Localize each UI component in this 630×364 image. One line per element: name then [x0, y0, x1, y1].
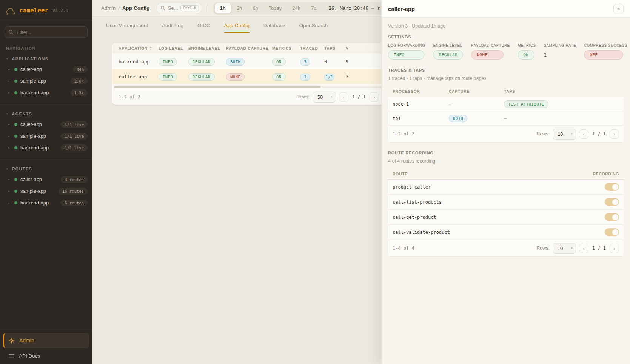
- column-engine-level: ENGINE LEVEL: [188, 46, 226, 51]
- sidebar-item-routes-backend-app[interactable]: ▸ backend-app 6 routes: [0, 197, 92, 209]
- sidebar-item-agents-caller-app[interactable]: ▸ caller-app 1/1 live: [0, 118, 92, 130]
- traced-count: 3: [300, 58, 310, 66]
- section-header-routes[interactable]: ▾ ROUTES: [0, 164, 92, 174]
- time-range-3h[interactable]: 3h: [231, 3, 247, 14]
- route-name: call-validate-product: [393, 230, 605, 235]
- column-v: V: [346, 46, 384, 51]
- close-icon[interactable]: ×: [613, 4, 624, 14]
- sidebar-item-routes-sample-app[interactable]: ▸ sample-app 16 routes: [0, 185, 92, 197]
- sidebar-item-agents-backend-app[interactable]: ▸ backend-app 1/1 live: [0, 142, 92, 154]
- tab-database[interactable]: Database: [263, 23, 285, 33]
- status-dot: [14, 80, 17, 83]
- chevron-right-icon: ▸: [8, 190, 11, 193]
- scrollbar-thumb[interactable]: [114, 86, 320, 88]
- chevron-down-icon: ▾: [6, 57, 8, 60]
- table-row-backend-app[interactable]: backend-app INFO REGULAR BOTH ON 3 0 9: [112, 54, 384, 69]
- prev-page-button[interactable]: ‹: [579, 129, 588, 139]
- status-dot: [14, 123, 17, 126]
- time-range-6h[interactable]: 6h: [247, 3, 263, 14]
- time-range-today[interactable]: Today: [263, 3, 287, 14]
- app-config-table-card: APPLICATION LOG LEVEL ENGINE LEVEL PAYLO…: [112, 43, 384, 105]
- route-name: call-list-products: [393, 200, 605, 205]
- item-label: sample-app: [20, 78, 46, 84]
- sidebar-item-admin[interactable]: Admin: [3, 333, 89, 348]
- chevron-right-icon: ▸: [8, 201, 11, 204]
- time-range-7d[interactable]: 7d: [306, 3, 322, 14]
- recording-toggle[interactable]: [605, 228, 619, 236]
- section-header-agents[interactable]: ▾ AGENTS: [0, 109, 92, 118]
- recording-toggle[interactable]: [605, 198, 619, 206]
- route-row-call-get-product[interactable]: call-get-product: [388, 210, 624, 225]
- sidebar-item-applications-backend-app[interactable]: ▸ backend-app 1.3k: [0, 87, 92, 98]
- rows-per-page-select[interactable]: 10 ▾: [553, 129, 576, 140]
- chevron-down-icon: ▾: [571, 247, 573, 250]
- tab-opensearch[interactable]: OpenSearch: [299, 23, 328, 33]
- section-header-applications[interactable]: ▾ APPLICATIONS: [0, 54, 92, 63]
- table-row-caller-app[interactable]: caller-app INFO REGULAR NONE ON 1 1/1 3: [112, 69, 384, 84]
- item-badge: 2.0k: [71, 78, 88, 84]
- rows-per-page-select[interactable]: 10 ▾: [553, 243, 576, 254]
- rows-label: Rows:: [296, 94, 310, 100]
- column-metrics: METRICS: [272, 46, 300, 51]
- rows-per-page-select[interactable]: 50 ▾: [313, 92, 336, 103]
- route-row-call-validate-product[interactable]: call-validate-product: [388, 225, 624, 240]
- prev-page-button[interactable]: ‹: [579, 244, 588, 253]
- global-search[interactable]: Se... Ctrl+K: [156, 3, 202, 14]
- column-route: ROUTE: [393, 172, 593, 176]
- chevron-down-icon: ▾: [571, 132, 573, 135]
- taps-value: 0: [324, 59, 346, 65]
- breadcrumb-current: App Config: [122, 5, 150, 11]
- field-metrics: METRICS ON: [518, 43, 536, 60]
- filter-input[interactable]: [5, 26, 88, 38]
- prev-page-button[interactable]: ‹: [339, 92, 348, 102]
- capture-value: —: [449, 101, 504, 107]
- traces-footer: 1-2 of 2 Rows: 10 ▾ ‹ 1 / 1 ›: [388, 126, 624, 142]
- payload-capture-pill: BOTH: [226, 58, 245, 66]
- cell-application: caller-app: [119, 74, 159, 80]
- next-page-button[interactable]: ›: [370, 92, 379, 102]
- chevron-down-icon: ▾: [6, 112, 8, 115]
- time-range-1h[interactable]: 1h: [214, 3, 231, 14]
- traces-heading: TRACES & TAPS: [388, 68, 624, 72]
- sidebar-item-api-docs[interactable]: API Docs: [3, 348, 89, 359]
- rows-value: 50: [317, 94, 323, 100]
- time-range-24h[interactable]: 24h: [287, 3, 306, 14]
- tab-app-config[interactable]: App Config: [224, 23, 250, 33]
- trace-row-node-1[interactable]: node-1 — TEST ATTRIBUTE: [388, 97, 624, 111]
- nav-section-agents: ▾ AGENTS ▸ caller-app 1/1 live ▸ sample-…: [0, 104, 92, 158]
- status-dot: [14, 68, 17, 71]
- sort-icon: [149, 46, 152, 50]
- route-row-product-caller[interactable]: product-caller: [388, 180, 624, 195]
- chevron-right-icon: ▸: [8, 80, 11, 83]
- tab-user-management[interactable]: User Management: [106, 23, 148, 33]
- recording-toggle[interactable]: [605, 213, 619, 221]
- next-page-button[interactable]: ›: [610, 244, 619, 253]
- item-badge: 1/1 live: [61, 133, 88, 140]
- field-label: LOG FORWARDING: [388, 43, 425, 48]
- table-footer: 1-2 of 2 Rows: 50 ▾ ‹ 1 / 1 ›: [112, 89, 384, 105]
- next-page-button[interactable]: ›: [610, 129, 619, 139]
- breadcrumb-parent[interactable]: Admin: [101, 5, 116, 11]
- tab-oidc[interactable]: OIDC: [197, 23, 210, 33]
- page-indicator: 1 / 1: [352, 94, 366, 100]
- item-label: sample-app: [20, 188, 46, 194]
- sidebar-item-applications-caller-app[interactable]: ▸ caller-app 446: [0, 63, 92, 75]
- sidebar-item-agents-sample-app[interactable]: ▸ sample-app 1/1 live: [0, 130, 92, 142]
- sidebar-item-applications-sample-app[interactable]: ▸ sample-app 2.0k: [0, 75, 92, 87]
- trace-row-to1[interactable]: to1 BOTH —: [388, 111, 624, 126]
- field-value-pill: OFF: [584, 50, 623, 60]
- section-title: ROUTES: [12, 167, 32, 171]
- recording-toggle[interactable]: [605, 183, 619, 191]
- column-application[interactable]: APPLICATION: [119, 46, 159, 51]
- item-badge: 16 routes: [59, 188, 88, 195]
- field-value-pill: NONE: [471, 50, 504, 60]
- route-row-call-list-products[interactable]: call-list-products: [388, 195, 624, 210]
- table-header-row: APPLICATION LOG LEVEL ENGINE LEVEL PAYLO…: [112, 43, 384, 54]
- processor-name: to1: [393, 116, 449, 121]
- column-log-level: LOG LEVEL: [159, 46, 188, 51]
- tab-audit-log[interactable]: Audit Log: [162, 23, 183, 33]
- cell-application: backend-app: [119, 59, 159, 65]
- capture-pill: BOTH: [449, 115, 467, 122]
- route-recording-section: ROUTE RECORDING 4 of 4 routes recording …: [388, 151, 624, 256]
- sidebar-item-routes-caller-app[interactable]: ▸ caller-app 4 routes: [0, 174, 92, 185]
